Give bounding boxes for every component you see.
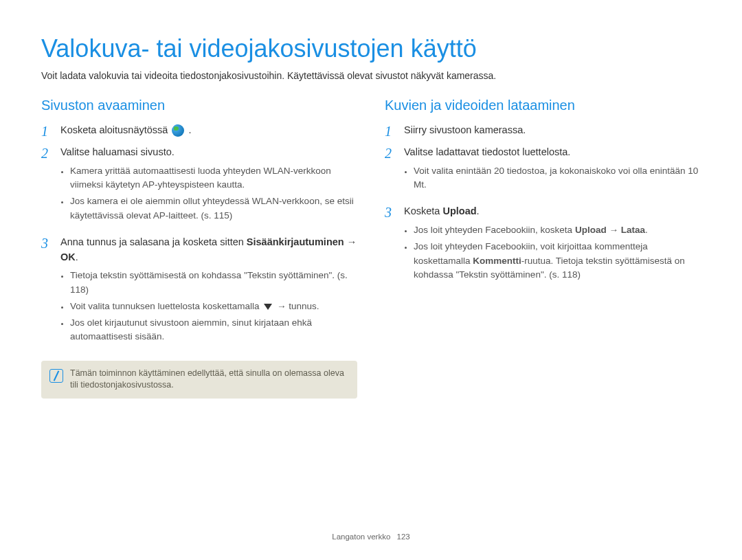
globe-icon: [172, 124, 184, 137]
step-text: Kosketa aloitusnäytössä: [60, 124, 170, 135]
step-text: Valitse ladattavat tiedostot luettelosta…: [404, 146, 570, 157]
step-text: Kosketa: [404, 205, 442, 216]
section-heading-uploading: Kuvien ja videoiden lataaminen: [385, 98, 701, 113]
step-text: Valitse haluamasi sivusto.: [60, 146, 175, 157]
footer-section-label: Langaton verkko: [332, 533, 390, 541]
bullet-text: → tunnus.: [277, 301, 319, 311]
sub-bullets: Voit valita enintään 20 tiedostoa, ja ko…: [404, 164, 701, 192]
step-number: 1: [41, 123, 60, 139]
step-number: 2: [385, 145, 404, 199]
step-text: .: [188, 124, 191, 135]
step-number: 3: [385, 204, 404, 289]
bullet-item: Jos kamera ei ole aiemmin ollut yhteydes…: [70, 194, 357, 223]
note-text: Tämän toiminnon käyttäminen edellyttää, …: [70, 368, 349, 392]
footer-page-number: 123: [397, 533, 410, 541]
bullet-item: Jos loit yhteyden Facebookiin, kosketa U…: [414, 223, 701, 237]
page-intro: Voit ladata valokuvia tai videoita tiedo…: [41, 70, 701, 81]
note-icon: [49, 369, 63, 383]
step-3: 3 Anna tunnus ja salasana ja kosketa sit…: [41, 235, 357, 351]
bullet-item: Jos loit yhteyden Facebookiin, voit kirj…: [414, 240, 701, 282]
step-body: Siirry sivustoon kamerassa.: [404, 123, 701, 139]
bullet-text: .: [645, 225, 648, 235]
step-body: Anna tunnus ja salasana ja kosketa sitte…: [60, 235, 357, 351]
step-number: 1: [385, 123, 404, 139]
page-title: Valokuva- tai videojakosivustojen käyttö: [41, 34, 701, 63]
page-footer: Langaton verkko 123: [0, 533, 742, 541]
left-column: Sivuston avaaminen 1 Kosketa aloitusnäyt…: [41, 98, 357, 399]
bullet-text: Voit valita tunnuksen luettelosta kosket…: [70, 301, 262, 311]
sub-bullets: Kamera yrittää automaattisesti luoda yht…: [60, 164, 357, 223]
bullet-text: Jos loit yhteyden Facebookiin, kosketa: [414, 225, 575, 235]
step-text-bold: Upload: [442, 205, 476, 216]
sub-bullets: Jos loit yhteyden Facebookiin, kosketa U…: [404, 223, 701, 282]
bullet-item: Kamera yrittää automaattisesti luoda yht…: [70, 164, 357, 192]
step-body: Kosketa Upload. Jos loit yhteyden Facebo…: [404, 204, 701, 289]
step-2: 2 Valitse ladattavat tiedostot luettelos…: [385, 145, 701, 199]
bullet-item: Jos olet kirjautunut sivustoon aiemmin, …: [70, 316, 357, 344]
note-box: Tämän toiminnon käyttäminen edellyttää, …: [41, 361, 357, 399]
step-text: .: [477, 205, 480, 216]
step-text: Anna tunnus ja salasana ja kosketa sitte…: [60, 236, 247, 247]
step-body: Valitse haluamasi sivusto. Kamera yrittä…: [60, 145, 357, 229]
step-body: Kosketa aloitusnäytössä .: [60, 123, 357, 139]
bullet-text-bold: Kommentti: [473, 256, 521, 266]
step-1: 1 Kosketa aloitusnäytössä .: [41, 123, 357, 139]
step-1: 1 Siirry sivustoon kamerassa.: [385, 123, 701, 139]
step-text: .: [76, 251, 78, 262]
two-column-layout: Sivuston avaaminen 1 Kosketa aloitusnäyt…: [41, 98, 701, 399]
step-2: 2 Valitse haluamasi sivusto. Kamera yrit…: [41, 145, 357, 229]
bullet-text-bold: Upload → Lataa: [575, 225, 645, 235]
sub-bullets: Tietoja tekstin syöttämisestä on kohdass…: [60, 269, 357, 344]
bullet-item: Voit valita tunnuksen luettelosta kosket…: [70, 300, 357, 313]
step-body: Valitse ladattavat tiedostot luettelosta…: [404, 145, 701, 199]
section-heading-accessing-site: Sivuston avaaminen: [41, 98, 357, 113]
bullet-item: Voit valita enintään 20 tiedostoa, ja ko…: [414, 164, 701, 192]
right-column: Kuvien ja videoiden lataaminen 1 Siirry …: [385, 98, 701, 399]
manual-page: Valokuva- tai videojakosivustojen käyttö…: [0, 0, 742, 560]
step-text: Siirry sivustoon kamerassa.: [404, 124, 526, 135]
step-3: 3 Kosketa Upload. Jos loit yhteyden Face…: [385, 204, 701, 289]
step-number: 3: [41, 235, 60, 351]
down-triangle-icon: [264, 304, 272, 310]
step-number: 2: [41, 145, 60, 229]
bullet-item: Tietoja tekstin syöttämisestä on kohdass…: [70, 269, 357, 297]
